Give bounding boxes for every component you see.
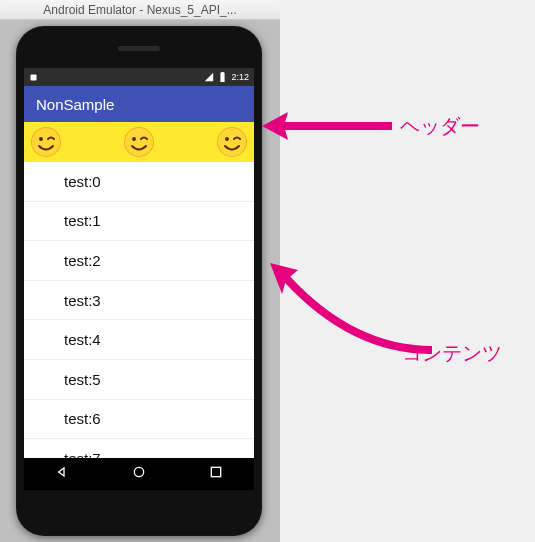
annotation-label: ヘッダー — [400, 113, 480, 140]
app-title: NonSample — [36, 96, 114, 113]
list-item[interactable]: test:5 — [24, 360, 254, 400]
list-item-label: test:3 — [64, 292, 101, 309]
emulator-window-title: Android Emulator - Nexus_5_API_... — [0, 0, 280, 20]
svg-point-6 — [132, 137, 136, 141]
device-frame: 2:12 NonSample — [16, 26, 262, 536]
list-item-label: test:5 — [64, 371, 101, 388]
wink-emoji-icon — [30, 126, 62, 158]
list-item[interactable]: test:6 — [24, 400, 254, 440]
list-item[interactable]: test:2 — [24, 241, 254, 281]
annotation-label: コンテンツ — [402, 340, 502, 367]
list-item-label: test:4 — [64, 331, 101, 348]
wink-emoji-icon — [123, 126, 155, 158]
app-bar: NonSample — [24, 86, 254, 122]
annotation-content: コンテンツ — [262, 260, 432, 360]
arrow-icon — [262, 106, 392, 146]
android-statusbar: 2:12 — [24, 68, 254, 86]
recents-button[interactable] — [208, 464, 224, 484]
list-header — [24, 122, 254, 162]
home-button[interactable] — [131, 464, 147, 484]
wink-emoji-icon — [216, 126, 248, 158]
device-screen: 2:12 NonSample — [24, 68, 254, 490]
list-item[interactable]: test:7 — [24, 439, 254, 458]
annotation-header: ヘッダー — [262, 106, 480, 146]
list-item[interactable]: test:0 — [24, 162, 254, 202]
svg-point-9 — [225, 137, 229, 141]
svg-point-3 — [39, 137, 43, 141]
svg-point-2 — [32, 128, 60, 156]
list-item-label: test:1 — [64, 212, 101, 229]
list-item[interactable]: test:3 — [24, 281, 254, 321]
android-navbar — [24, 458, 254, 490]
svg-point-8 — [218, 128, 246, 156]
svg-rect-0 — [31, 74, 37, 80]
battery-icon — [219, 72, 226, 82]
back-button[interactable] — [54, 464, 70, 484]
list-item-label: test:2 — [64, 252, 101, 269]
svg-point-5 — [125, 128, 153, 156]
list-item[interactable]: test:1 — [24, 202, 254, 242]
list-item-label: test:7 — [64, 450, 101, 458]
svg-rect-11 — [211, 467, 220, 476]
notification-icon — [29, 73, 38, 82]
signal-icon — [204, 72, 214, 82]
svg-point-10 — [134, 467, 143, 476]
content-list[interactable]: test:0 test:1 test:2 test:3 test:4 test:… — [24, 162, 254, 458]
list-item[interactable]: test:4 — [24, 320, 254, 360]
device-speaker — [118, 46, 160, 51]
list-item-label: test:0 — [64, 173, 101, 190]
statusbar-time: 2:12 — [231, 72, 249, 82]
list-item-label: test:6 — [64, 410, 101, 427]
